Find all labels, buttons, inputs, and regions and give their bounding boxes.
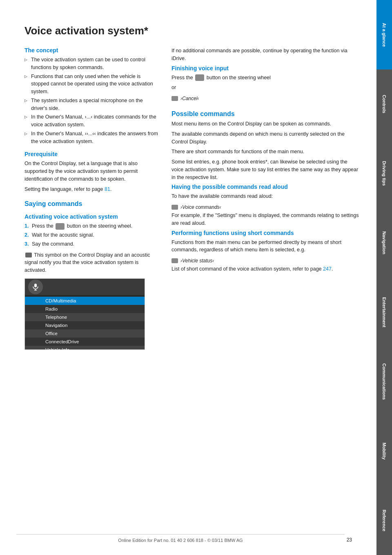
sidebar-label-entertainment: Entertainment	[382, 297, 387, 327]
steering-wheel-icon-2	[195, 74, 204, 81]
sidebar-label-controls: Controls	[382, 95, 387, 113]
sidebar-label-driving-tips: Driving tips	[382, 161, 387, 186]
possible-commands-para4: Some list entries, e.g. phone book entri…	[172, 158, 360, 181]
finishing-voice-text1: Press the button on the steering wheel	[172, 74, 360, 82]
bullet-2: Functions that can only used when the ve…	[24, 73, 159, 96]
possible-commands-para3: There are short commands for functions o…	[172, 148, 360, 156]
cancel-command-box: ›Cancel‹	[172, 96, 199, 101]
screenshot-box: CD/Multimedia Radio Telephone Navigation…	[24, 278, 145, 350]
activating-heading: Activating voice activation system	[24, 213, 159, 220]
menu-item-5: ConnectedDrive	[25, 338, 145, 346]
having-commands-intro: To have the available commands read alou…	[172, 192, 360, 200]
saying-commands-heading: Saying commands	[24, 200, 159, 208]
prerequisite-link[interactable]: 81	[105, 186, 110, 192]
sidebar-label-reference: Reference	[382, 510, 387, 531]
sidebar-item-mobility[interactable]: Mobility	[376, 416, 392, 486]
voice-commands-box: ›Voice commands‹	[172, 204, 221, 210]
possible-commands-para1: Most menu items on the Control Display c…	[172, 120, 360, 128]
control-display-icon	[25, 253, 32, 257]
bullet-3: The system includes a special microphone…	[24, 97, 159, 112]
bullet-1: The voice activation system can be used …	[24, 56, 159, 72]
step-1: 1. Press the button on the steering whee…	[24, 222, 159, 230]
concept-bullets: The voice activation system can be used …	[24, 56, 159, 145]
sidebar-item-at-a-glance[interactable]: At a glance	[376, 0, 392, 69]
mic-small-icon	[172, 96, 178, 101]
having-commands-section: Having the possible commands read aloud …	[172, 184, 360, 227]
performing-functions-para2: List of short command of the voice activ…	[172, 265, 360, 273]
bullet-4: In the Owner's Manual, ›...‹ indicates c…	[24, 113, 159, 129]
sidebar-label-communications: Communications	[382, 363, 387, 400]
sidebar-item-driving-tips[interactable]: Driving tips	[376, 139, 392, 208]
sidebar-label-mobility: Mobility	[382, 443, 387, 460]
prerequisite-text: On the Control Display, set a language t…	[24, 160, 159, 183]
menu-item-3: Navigation	[25, 321, 145, 329]
prerequisite-heading: Prerequisite	[24, 151, 159, 157]
left-column: The concept The voice activation system …	[24, 47, 159, 350]
having-commands-heading: Having the possible commands read aloud	[172, 184, 360, 190]
footer-text: Online Edition for Part no. 01 40 2 606 …	[118, 538, 243, 543]
possible-commands-heading: Possible commands	[172, 110, 360, 118]
concept-section: The concept The voice activation system …	[24, 47, 159, 193]
possible-commands-para2: The available commands depend on which m…	[172, 130, 360, 146]
main-content: Voice activation system* The concept The…	[0, 0, 376, 555]
page-footer: Online Edition for Part no. 01 40 2 606 …	[16, 534, 345, 543]
no-commands-text: If no additional commands are possible, …	[172, 47, 360, 63]
saying-commands-section: Saying commands Activating voice activat…	[24, 200, 159, 350]
menu-item-1: Radio	[25, 305, 145, 313]
page-title: Voice activation system*	[24, 25, 360, 37]
steering-wheel-button-icon	[56, 223, 65, 230]
menu-items-list: CD/Multimedia Radio Telephone Navigation…	[25, 295, 145, 350]
vehicle-status-text: ›Vehicle status‹	[180, 258, 214, 264]
finishing-voice-section: Finishing voice input Press the button o…	[172, 65, 360, 103]
vehicle-status-box: ›Vehicle status‹	[172, 258, 214, 264]
step-2: 2. Wait for the acoustic signal.	[24, 231, 159, 239]
having-commands-explanation: For example, if the "Settings" menu is d…	[172, 212, 360, 227]
bullet-5: In the Owner's Manual, ››...‹‹ indicates…	[24, 130, 159, 145]
mic-small-icon-2	[172, 205, 178, 210]
cancel-command-text: ›Cancel‹	[180, 96, 199, 101]
performing-functions-section: Performing functions using short command…	[172, 230, 360, 273]
sidebar-item-entertainment[interactable]: Entertainment	[376, 278, 392, 347]
steps-list: 1. Press the button on the steering whee…	[24, 222, 159, 248]
sidebar-label-navigation: Navigation	[382, 231, 387, 254]
sidebar: At a glance Controls Driving tips Naviga…	[376, 0, 392, 555]
right-column: If no additional commands are possible, …	[172, 47, 360, 350]
menu-item-6: Vehicle Info	[25, 346, 145, 350]
mic-large-icon	[28, 280, 43, 294]
menu-item-4: Office	[25, 329, 145, 338]
mic-svg	[32, 283, 39, 291]
sidebar-item-communications[interactable]: Communications	[376, 347, 392, 416]
step-3: 3. Say the command.	[24, 240, 159, 248]
concept-heading: The concept	[24, 47, 159, 54]
performing-functions-para1: Functions from the main menu can be perf…	[172, 239, 360, 254]
mic-small-icon-3	[172, 258, 178, 263]
finishing-voice-or: or	[172, 84, 360, 92]
possible-commands-section: Possible commands Most menu items on the…	[172, 110, 360, 181]
svg-rect-0	[34, 284, 37, 287]
menu-item-2: Telephone	[25, 313, 145, 321]
prerequisite-setting: Setting the language, refer to page 81.	[24, 186, 159, 193]
sidebar-item-reference[interactable]: Reference	[376, 486, 392, 555]
performing-functions-heading: Performing functions using short command…	[172, 230, 360, 236]
sidebar-label-at-a-glance: At a glance	[382, 23, 387, 47]
sidebar-item-navigation[interactable]: Navigation	[376, 208, 392, 278]
screenshot-top-bar	[25, 279, 145, 295]
activation-note: This symbol on the Control Display and a…	[24, 251, 159, 274]
short-command-link[interactable]: 247	[323, 266, 332, 272]
menu-item-0: CD/Multimedia	[25, 297, 145, 305]
page-number: 23	[347, 537, 352, 543]
voice-commands-text: ›Voice commands‹	[180, 204, 221, 210]
sidebar-item-controls[interactable]: Controls	[376, 69, 392, 139]
finishing-voice-heading: Finishing voice input	[172, 65, 360, 72]
